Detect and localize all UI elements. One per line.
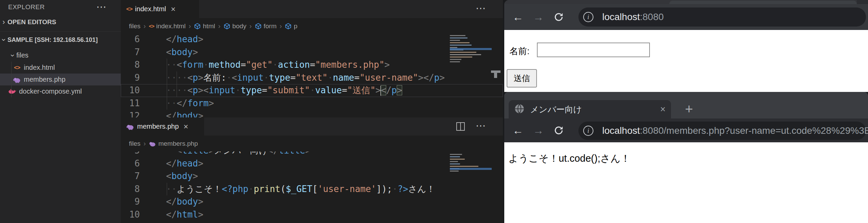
code-text: </html> bbox=[149, 208, 203, 221]
breadcrumb-separator-icon: › bbox=[249, 22, 252, 30]
file-label: docker-compose.yml bbox=[19, 87, 82, 95]
tab-members-php[interactable]: members.php × bbox=[121, 117, 204, 136]
line-number: 10 bbox=[121, 208, 149, 221]
docker-file-icon bbox=[8, 87, 16, 96]
site-info-icon[interactable]: i bbox=[583, 126, 593, 136]
php-file-icon bbox=[126, 123, 134, 131]
code-line[interactable]: 8··<form·method="get"·action="members.ph… bbox=[121, 59, 503, 71]
sidebar-item-docker-compose[interactable]: docker-compose.yml bbox=[0, 85, 129, 97]
explorer-more-actions-icon[interactable]: ⋯ bbox=[96, 1, 107, 13]
minimap-current-line bbox=[450, 48, 492, 50]
back-icon[interactable]: ← bbox=[511, 11, 525, 23]
editor-more-actions-icon[interactable]: ⋯ bbox=[476, 120, 486, 131]
submit-button[interactable]: 送信 bbox=[507, 69, 537, 87]
editor-group-index-html: <> index.html × ⋯ files›<>index.html›htm… bbox=[121, 0, 503, 117]
code-line[interactable]: 9····<p>名前:·<input·type="text"·name="use… bbox=[121, 71, 503, 84]
symbol-cube-icon bbox=[285, 23, 292, 30]
code-line[interactable]: 9</body> bbox=[121, 195, 503, 208]
chevron-down-icon: › bbox=[8, 52, 17, 59]
site-info-icon[interactable]: i bbox=[583, 12, 593, 22]
sidebar-item-files-folder[interactable]: › files bbox=[0, 49, 130, 61]
open-editors-section[interactable]: › OPEN EDITORS bbox=[0, 16, 121, 29]
web-page-members: ようこそ！ut.code();さん！ bbox=[504, 142, 868, 223]
code-editor-index-html[interactable]: 6</head>7<body>8··<form·method="get"·act… bbox=[121, 34, 503, 117]
symbol-cube-icon bbox=[194, 23, 201, 30]
forward-icon[interactable]: → bbox=[531, 124, 545, 137]
code-line[interactable]: 10····<p><input·type="submit"·value="送信"… bbox=[121, 84, 503, 97]
code-text: </body> bbox=[149, 195, 203, 208]
close-icon[interactable]: × bbox=[183, 123, 188, 131]
breadcrumb-item[interactable]: p bbox=[285, 22, 297, 30]
minimap-line bbox=[450, 154, 462, 155]
code-line[interactable]: 5··<title>メンバー向け</title> bbox=[121, 152, 503, 157]
minimap-line bbox=[450, 159, 465, 160]
code-line[interactable]: 7<body> bbox=[121, 170, 503, 183]
forward-icon[interactable]: → bbox=[531, 11, 545, 23]
file-label: index.html bbox=[24, 64, 55, 71]
close-icon[interactable]: × bbox=[171, 5, 176, 13]
workspace-label: SAMPLE [SSH: 192.168.56.101] bbox=[7, 36, 98, 44]
code-text: </head> bbox=[149, 157, 203, 170]
code-line[interactable]: 6</head> bbox=[121, 157, 503, 170]
tab-members[interactable]: メンバー向け × bbox=[509, 100, 671, 118]
sidebar-item-index-html[interactable]: <> index.html bbox=[0, 62, 134, 74]
breadcrumb: files›<>index.html›html›body›form›p bbox=[121, 18, 503, 34]
overview-ruler-cursor-stem bbox=[494, 73, 497, 78]
breadcrumb-separator-icon: › bbox=[144, 140, 146, 147]
url-path: :8080/members.php?user-name=ut.code%28%2… bbox=[640, 125, 868, 136]
breadcrumb: files›members.php bbox=[121, 136, 503, 152]
open-editors-label: OPEN EDITORS bbox=[7, 18, 56, 26]
back-icon[interactable]: ← bbox=[511, 124, 525, 137]
address-bar[interactable]: i localhost:8080 bbox=[578, 7, 866, 27]
minimap-line bbox=[450, 35, 465, 36]
code-line[interactable]: 11··</form> bbox=[121, 97, 503, 110]
tab-strip-sliver bbox=[504, 0, 868, 4]
line-number: 10 bbox=[121, 84, 149, 97]
code-line[interactable]: 10</html> bbox=[121, 208, 503, 221]
workspace-section[interactable]: › SAMPLE [SSH: 192.168.56.101] bbox=[0, 33, 121, 47]
code-line[interactable]: 7<body> bbox=[121, 46, 503, 59]
breadcrumb-item[interactable]: members.php bbox=[149, 140, 198, 147]
breadcrumb-label: html bbox=[203, 22, 215, 30]
breadcrumb-item[interactable]: body bbox=[224, 22, 246, 30]
symbol-cube-icon bbox=[255, 23, 262, 30]
tab-index-html[interactable]: <> index.html × bbox=[121, 0, 199, 18]
breadcrumb-item[interactable]: files bbox=[129, 22, 141, 30]
minimap[interactable] bbox=[450, 154, 492, 173]
url-text: localhost:8080/members.php?user-name=ut.… bbox=[602, 125, 868, 136]
minimap-line bbox=[450, 45, 472, 46]
new-tab-icon[interactable]: + bbox=[682, 101, 697, 116]
reload-icon[interactable] bbox=[552, 125, 566, 136]
url-text: localhost:8080 bbox=[602, 12, 664, 22]
line-number: 11 bbox=[121, 97, 149, 110]
code-editor-members-php[interactable]: 5··<title>メンバー向け</title>6</head>7<body>8… bbox=[121, 152, 503, 223]
code-line[interactable]: 12</body> bbox=[121, 110, 503, 117]
close-icon[interactable]: × bbox=[660, 104, 666, 115]
minimap-line bbox=[450, 54, 481, 55]
minimap[interactable] bbox=[450, 35, 492, 64]
line-number: 9 bbox=[121, 195, 149, 208]
user-name-input[interactable] bbox=[537, 43, 650, 57]
breadcrumb-item[interactable]: <>index.html bbox=[149, 22, 185, 30]
sidebar-item-members-php[interactable]: members.php bbox=[0, 74, 134, 85]
breadcrumb-label: members.php bbox=[158, 140, 198, 147]
minimap-line bbox=[450, 171, 459, 172]
breadcrumb-separator-icon: › bbox=[189, 22, 191, 30]
breadcrumb-item[interactable]: files bbox=[129, 140, 141, 147]
code-line[interactable]: 6</head> bbox=[121, 34, 503, 46]
minimap-line bbox=[450, 163, 460, 164]
address-bar[interactable]: i localhost:8080/members.php?user-name=u… bbox=[578, 122, 866, 140]
tab-title: メンバー向け bbox=[530, 104, 660, 115]
line-number: 6 bbox=[121, 34, 149, 46]
section-divider bbox=[0, 31, 121, 32]
code-line[interactable]: 8··ようこそ！<?php·print($_GET['user-name']);… bbox=[121, 183, 503, 196]
tab-bar: members.php × ⋯ bbox=[121, 117, 503, 136]
split-editor-icon[interactable] bbox=[456, 122, 465, 132]
reload-icon[interactable] bbox=[552, 12, 566, 22]
tree-indent-guide bbox=[11, 62, 12, 97]
breadcrumb-item[interactable]: html bbox=[194, 22, 215, 30]
editor-more-actions-icon[interactable]: ⋯ bbox=[476, 2, 486, 14]
breadcrumb-item[interactable]: form bbox=[255, 22, 277, 30]
minimap-line bbox=[450, 166, 478, 167]
minimap-line bbox=[450, 57, 472, 58]
